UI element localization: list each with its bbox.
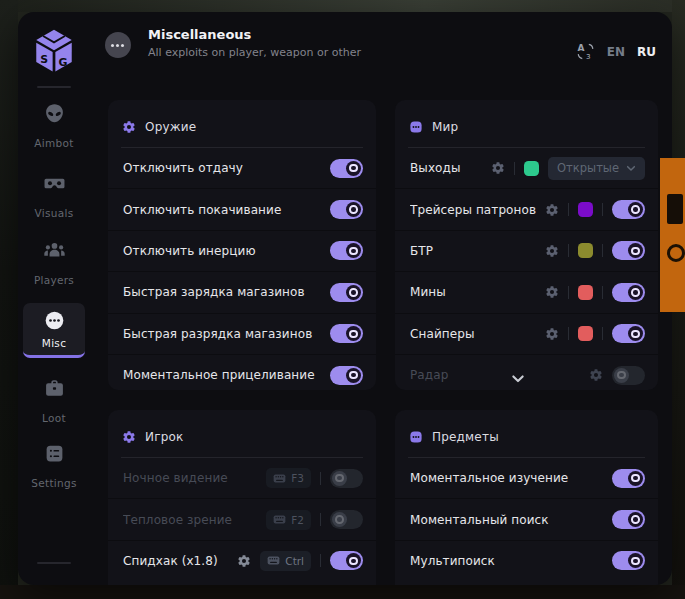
separator <box>568 286 569 299</box>
gear-icon[interactable] <box>545 285 559 299</box>
toggle-mines[interactable] <box>612 283 645 302</box>
setting-row-snipers: Снайперы <box>395 313 658 354</box>
sidebar-item-label: Aimbot <box>34 137 73 149</box>
translate-icon <box>576 42 595 61</box>
setting-label: Мины <box>410 285 545 299</box>
separator <box>602 244 603 257</box>
toggle-tracers[interactable] <box>612 200 645 219</box>
setting-label: Спидхак (x1.8) <box>123 554 237 568</box>
setting-row-no-recoil: Отключить отдачу <box>108 148 376 188</box>
sidebar-item-label: Visuals <box>35 207 74 219</box>
toggle-fast-unload[interactable] <box>330 324 363 343</box>
gear-icon[interactable] <box>545 203 559 217</box>
toggle-no-sway[interactable] <box>330 200 363 219</box>
hotkey-label: F2 <box>291 514 304 526</box>
setting-row-radar: Радар <box>395 354 658 395</box>
setting-label: Отключить покачивание <box>123 203 330 217</box>
section-items: Предметы Моментальное изучение Моменталь… <box>395 410 658 585</box>
color-swatch[interactable] <box>578 326 593 341</box>
hotkey-badge[interactable]: Ctrl <box>260 551 311 571</box>
gear-icon[interactable] <box>545 244 559 258</box>
gear-icon[interactable] <box>589 368 603 382</box>
toggle-knob <box>332 512 347 527</box>
dots-box-icon <box>409 120 423 134</box>
setting-row-no-inertia: Отключить инерцию <box>108 230 376 271</box>
toggle-no-recoil[interactable] <box>330 159 363 178</box>
toggle-multisearch[interactable] <box>612 551 645 570</box>
toggle-knob <box>628 512 643 527</box>
app-logo <box>34 28 74 74</box>
toggle-thermal-vision[interactable] <box>330 510 363 529</box>
setting-row-fast-reload: Быстрая зарядка магазинов <box>108 271 376 312</box>
setting-row-tracers: Трейсеры патронов <box>395 188 658 229</box>
sidebar-item-misc[interactable]: Misc <box>23 303 85 358</box>
game-background-bottom <box>0 585 685 599</box>
gear-icon <box>122 120 136 134</box>
toggle-btr[interactable] <box>612 241 645 260</box>
setting-label: Моментальное прицеливание <box>123 368 330 382</box>
hotkey-label: Ctrl <box>285 555 304 567</box>
section-title: Оружие <box>145 120 196 134</box>
separator <box>568 203 569 216</box>
color-swatch[interactable] <box>578 285 593 300</box>
setting-row-speedhack: Спидхак (x1.8) Ctrl <box>108 540 376 581</box>
toggle-knob <box>346 202 361 217</box>
sidebar-item-settings[interactable]: Settings <box>23 443 85 489</box>
exits-dropdown[interactable]: Открытые <box>548 157 645 180</box>
section-title: Мир <box>432 120 458 134</box>
separator <box>320 513 321 526</box>
separator <box>602 203 603 216</box>
color-swatch[interactable] <box>524 161 539 176</box>
setting-label: Быстрая зарядка магазинов <box>123 285 330 299</box>
gear-icon[interactable] <box>491 161 505 175</box>
gear-icon[interactable] <box>545 327 559 341</box>
sidebar-item-aimbot[interactable]: Aimbot <box>23 103 85 149</box>
lang-en-button[interactable]: EN <box>607 45 625 59</box>
game-background-left <box>0 0 18 599</box>
setting-label: Трейсеры патронов <box>410 203 545 217</box>
setting-row-instant-search: Моментальный поиск <box>395 498 658 539</box>
lang-ru-button[interactable]: RU <box>637 45 656 59</box>
sidebar-divider <box>37 562 71 564</box>
hotkey-badge[interactable]: F3 <box>266 468 311 488</box>
toggle-knob <box>346 161 361 176</box>
chevron-down-icon[interactable] <box>511 369 525 379</box>
page-title: Miscellaneous <box>148 27 251 42</box>
setting-row-mines: Мины <box>395 271 658 312</box>
toggle-night-vision[interactable] <box>330 469 363 488</box>
setting-label: БТР <box>410 244 545 258</box>
toggle-knob <box>614 368 629 383</box>
sidebar-item-label: Misc <box>42 337 66 349</box>
toggle-radar[interactable] <box>612 366 645 385</box>
toggle-fast-reload[interactable] <box>330 283 363 302</box>
page-icon-ellipsis <box>105 32 131 58</box>
color-swatch[interactable] <box>578 202 593 217</box>
toggle-knob <box>628 202 643 217</box>
sidebar-divider <box>37 86 71 88</box>
cheat-menu-panel: Aimbot Visuals Players Misc Loot Setting… <box>18 12 672 585</box>
setting-label: Выходы <box>410 161 491 175</box>
gear-icon[interactable] <box>237 554 251 568</box>
sidebar-item-loot[interactable]: Loot <box>23 378 85 424</box>
color-swatch[interactable] <box>578 243 593 258</box>
section-header: Мир <box>395 100 658 147</box>
setting-label: Отключить отдачу <box>123 161 330 175</box>
toggle-knob <box>628 553 643 568</box>
toggle-instant-examine[interactable] <box>612 469 645 488</box>
setting-row-instant-examine: Моментальное изучение <box>395 458 658 498</box>
setting-label: Тепловое зрение <box>123 513 266 527</box>
toggle-speedhack[interactable] <box>330 551 363 570</box>
sidebar-item-visuals[interactable]: Visuals <box>23 173 85 219</box>
toggle-instant-search[interactable] <box>612 510 645 529</box>
toggle-snipers[interactable] <box>612 324 645 343</box>
toggle-instant-ads[interactable] <box>330 366 363 385</box>
toggle-no-inertia[interactable] <box>330 241 363 260</box>
game-background-top <box>0 0 685 12</box>
setting-label: Снайперы <box>410 327 545 341</box>
setting-label: Ночное видение <box>123 471 266 485</box>
sidebar-item-players[interactable]: Players <box>23 240 85 286</box>
hotkey-badge[interactable]: F2 <box>266 510 311 530</box>
page-subtitle: All exploits on player, weapon or other <box>148 46 361 59</box>
toggle-knob <box>628 285 643 300</box>
section-title: Предметы <box>432 430 499 444</box>
